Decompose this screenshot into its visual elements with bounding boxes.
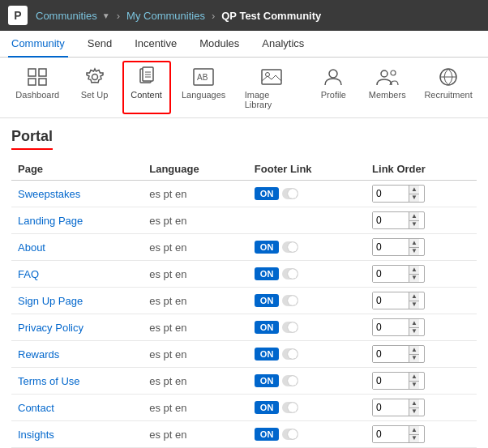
spinner-up[interactable]: ▲	[409, 346, 419, 355]
tab-incentive[interactable]: Incentive	[131, 31, 180, 58]
toggle-container[interactable]: ON	[255, 401, 359, 414]
toggle-container[interactable]: ON	[255, 348, 359, 361]
toolbar-dashboard[interactable]: Dashboard	[8, 61, 67, 114]
link-order-input[interactable]	[373, 426, 409, 442]
communities-dropdown-arrow[interactable]: ▼	[102, 11, 110, 20]
toggle-on-label[interactable]: ON	[255, 294, 280, 307]
link-order-cell: ▲▼	[366, 234, 477, 261]
communities-link[interactable]: Communities	[36, 10, 97, 22]
spinner-down[interactable]: ▼	[409, 275, 419, 283]
toggle-slider[interactable]	[282, 241, 298, 253]
page-link[interactable]: Rewards	[18, 348, 59, 361]
toggle-container[interactable]: ON	[255, 267, 359, 280]
page-link[interactable]: Landing Page	[18, 215, 83, 227]
toggle-container[interactable]: ON	[255, 428, 359, 441]
toggle-slider[interactable]	[282, 402, 298, 413]
icon-toolbar: Dashboard Set Up Content AB	[0, 58, 488, 118]
spinner-down[interactable]: ▼	[409, 328, 419, 336]
toggle-on-label[interactable]: ON	[255, 374, 280, 387]
link-order-spinners: ▲▼	[409, 212, 419, 228]
toolbar-image-library[interactable]: Image Library	[237, 61, 306, 114]
spinner-down[interactable]: ▼	[409, 382, 419, 390]
toolbar-members[interactable]: Members	[361, 61, 413, 114]
page-link[interactable]: Privacy Policy	[18, 322, 83, 334]
tab-modules[interactable]: Modules	[196, 31, 242, 58]
spinner-down[interactable]: ▼	[409, 194, 419, 203]
toolbar-languages[interactable]: AB Languages	[174, 61, 233, 114]
toolbar-setup[interactable]: Set Up	[71, 61, 119, 114]
toggle-slider[interactable]	[282, 322, 298, 333]
spinner-up[interactable]: ▲	[409, 373, 419, 382]
main-content: Portal Page Language Footer Link Link Or…	[0, 118, 488, 448]
link-order-spinners: ▲▼	[409, 373, 419, 389]
separator-1: ›	[117, 10, 120, 22]
spinner-down[interactable]: ▼	[409, 248, 419, 256]
link-order-input[interactable]	[373, 212, 409, 228]
spinner-up[interactable]: ▲	[409, 266, 419, 275]
link-order-input[interactable]	[373, 373, 409, 389]
link-order-input[interactable]	[373, 399, 409, 416]
toggle-slider[interactable]	[282, 375, 298, 386]
spinner-up[interactable]: ▲	[409, 399, 419, 408]
table-row: Rewardses pt enON▲▼	[11, 341, 477, 368]
link-order-input[interactable]	[373, 186, 409, 202]
toolbar-recruitment[interactable]: Recruitment	[417, 61, 480, 114]
toggle-on-label[interactable]: ON	[255, 321, 280, 334]
toggle-on-label[interactable]: ON	[255, 348, 280, 361]
toolbar-content[interactable]: Content	[122, 61, 171, 114]
link-order-input[interactable]	[373, 292, 409, 309]
tab-send[interactable]: Send	[84, 31, 115, 58]
toggle-slider[interactable]	[282, 268, 298, 279]
toggle-container[interactable]: ON	[255, 187, 359, 200]
link-order-input[interactable]	[373, 239, 409, 255]
toggle-on-label[interactable]: ON	[255, 428, 280, 441]
spinner-down[interactable]: ▼	[409, 301, 419, 309]
spinner-up[interactable]: ▲	[409, 186, 419, 194]
spinner-down[interactable]: ▼	[409, 221, 419, 229]
link-order-input-wrap: ▲▼	[372, 185, 425, 203]
toggle-on-label[interactable]: ON	[255, 401, 280, 414]
toggle-on-label[interactable]: ON	[255, 187, 280, 200]
secondary-nav: Community Send Incentive Modules Analyti…	[0, 31, 488, 58]
link-order-input[interactable]	[373, 346, 409, 362]
toggle-container[interactable]: ON	[255, 294, 359, 307]
spinner-up[interactable]: ▲	[409, 319, 419, 328]
spinner-up[interactable]: ▲	[409, 426, 419, 435]
toggle-container[interactable]: ON	[255, 321, 359, 334]
table-row: Sweepstakeses pt enON▲▼	[11, 181, 477, 207]
tab-analytics[interactable]: Analytics	[259, 31, 307, 58]
svg-point-14	[329, 70, 337, 78]
tab-community[interactable]: Community	[8, 31, 68, 58]
page-link[interactable]: Sign Up Page	[18, 295, 83, 307]
image-library-label: Image Library	[245, 90, 298, 109]
toggle-slider[interactable]	[282, 348, 298, 360]
link-order-spinners: ▲▼	[409, 266, 419, 282]
toggle-slider[interactable]	[282, 188, 298, 199]
svg-text:AB: AB	[197, 73, 208, 82]
toggle-container[interactable]: ON	[255, 374, 359, 387]
spinner-down[interactable]: ▼	[409, 355, 419, 363]
page-link[interactable]: Contact	[18, 402, 54, 414]
my-communities-link[interactable]: My Communities	[126, 10, 205, 22]
link-order-input[interactable]	[373, 266, 409, 282]
page-link[interactable]: Insights	[18, 429, 54, 441]
page-link[interactable]: Terms of Use	[18, 375, 80, 387]
toggle-on-label[interactable]: ON	[255, 267, 280, 280]
toggle-slider[interactable]	[282, 429, 298, 440]
spinner-up[interactable]: ▲	[409, 292, 419, 301]
page-link[interactable]: FAQ	[18, 268, 39, 280]
gear-icon	[83, 66, 106, 88]
page-link[interactable]: About	[18, 241, 45, 254]
spinner-up[interactable]: ▲	[409, 239, 419, 248]
spinner-down[interactable]: ▼	[409, 408, 419, 416]
link-order-input[interactable]	[373, 319, 409, 335]
spinner-up[interactable]: ▲	[409, 212, 419, 221]
col-page: Page	[11, 158, 143, 181]
toggle-on-label[interactable]: ON	[255, 241, 280, 254]
link-order-cell: ▲▼	[366, 341, 477, 368]
toggle-slider[interactable]	[282, 295, 298, 306]
page-link[interactable]: Sweepstakes	[18, 188, 80, 200]
toggle-container[interactable]: ON	[255, 241, 359, 254]
toolbar-profile[interactable]: Profile	[309, 61, 357, 114]
spinner-down[interactable]: ▼	[409, 435, 419, 443]
